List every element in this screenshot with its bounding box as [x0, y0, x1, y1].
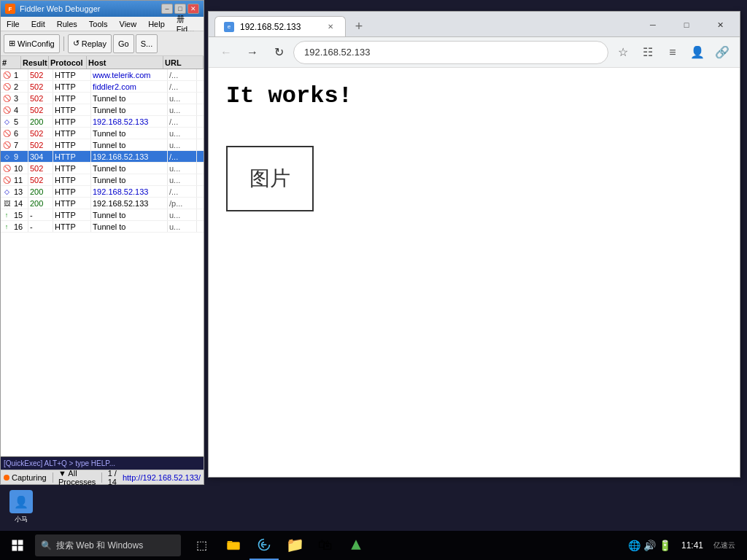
session-list: 🚫 1 502 HTTP www.telerik.com /... 🚫 2 50…	[1, 69, 204, 456]
menu-edit[interactable]: Edit	[28, 18, 48, 30]
network-icon: 🌐	[628, 540, 640, 551]
table-row[interactable]: ↑ 16 - HTTP Tunnel to u...	[1, 221, 204, 233]
table-row[interactable]: 🚫 7 502 HTTP Tunnel to u...	[1, 139, 204, 151]
cell-url: u...	[168, 93, 197, 104]
table-row[interactable]: 🖼 14 200 HTTP 192.168.52.133 /p...	[1, 198, 204, 209]
menu-view[interactable]: View	[117, 18, 140, 30]
new-tab-button[interactable]: +	[349, 16, 369, 36]
start-button[interactable]	[3, 531, 32, 560]
tab-close-button[interactable]: ✕	[325, 21, 336, 33]
table-row[interactable]: ◇ 5 200 HTTP 192.168.52.133 /...	[1, 116, 204, 128]
table-row[interactable]: 🚫 1 502 HTTP www.telerik.com /...	[1, 69, 204, 81]
quickexec-bar: [QuickExec] ALT+Q > type HELP...	[1, 456, 204, 470]
col-header-num: #	[1, 56, 21, 69]
row-icon: 🖼	[1, 200, 12, 207]
table-row[interactable]: ◇ 13 200 HTTP 192.168.52.133 /...	[1, 186, 204, 198]
store-icon: 🛍	[318, 537, 333, 553]
cell-url: /...	[168, 186, 197, 197]
svg-rect-5	[228, 542, 240, 550]
bookmark-icon[interactable]: ☆	[611, 41, 635, 64]
fiddler-minimize-button[interactable]: –	[161, 4, 173, 14]
browser-window: e 192.168.52.133 ✕ + ─ □ ✕ ← → ↻ ☆ ☷ ≡ 👤…	[208, 11, 740, 478]
extensions-icon[interactable]: 🔗	[711, 41, 734, 64]
forward-button[interactable]: →	[241, 41, 264, 64]
cell-protocol: HTTP	[53, 198, 91, 209]
winconfig-button[interactable]: ⊞ WinConfig	[4, 34, 60, 53]
table-row[interactable]: 🚫 2 502 HTTP fiddler2.com /...	[1, 81, 204, 93]
address-bar[interactable]	[293, 41, 608, 64]
taskbar-file-manager[interactable]: 📁	[280, 531, 309, 560]
green-app-icon	[349, 537, 363, 552]
back-button[interactable]: ←	[214, 41, 238, 64]
menu-help[interactable]: Help	[145, 18, 168, 30]
cell-result: 502	[28, 81, 53, 92]
winconfig-icon: ⊞	[9, 39, 15, 48]
table-row[interactable]: 🚫 10 502 HTTP Tunnel to u...	[1, 163, 204, 174]
row-icon: 🚫	[1, 130, 12, 137]
refresh-button[interactable]: ↻	[267, 41, 290, 64]
menu-tools[interactable]: Tools	[86, 18, 111, 30]
menu-icon[interactable]: ≡	[661, 41, 684, 64]
col-header-result: Result	[21, 56, 49, 69]
taskbar-file-explorer[interactable]	[219, 531, 248, 560]
menu-file[interactable]: File	[4, 18, 23, 30]
browser-restore-button[interactable]: □	[670, 15, 703, 35]
row-icon: ↑	[1, 211, 12, 219]
clock[interactable]: 11:41	[677, 539, 708, 552]
taskbar-search[interactable]: 🔍 搜索 Web 和 Windows	[35, 534, 181, 556]
profile-icon[interactable]: 👤	[686, 41, 709, 64]
yisunyun-icon: 亿速云	[713, 540, 735, 551]
fiddler-toolbar: ⊞ WinConfig ↺ Replay Go S...	[1, 31, 204, 56]
cell-result: -	[28, 209, 53, 220]
cell-url: u...	[168, 163, 197, 174]
taskbar-store[interactable]: 🛍	[311, 531, 340, 560]
taskbar: 🔍 搜索 Web 和 Windows ⬚ 📁 🛍	[0, 531, 747, 560]
pinned-user-widget[interactable]: 👤 小马	[3, 487, 39, 527]
menu-rules[interactable]: Rules	[54, 18, 80, 30]
go-button[interactable]: Go	[113, 34, 134, 53]
reader-mode-icon[interactable]: ☷	[636, 41, 659, 64]
cell-result: 502	[28, 174, 53, 185]
capture-status: Capturing	[4, 473, 47, 482]
cell-result: 304	[28, 151, 53, 162]
system-icons[interactable]: 🌐 🔊 🔋	[625, 537, 674, 554]
browser-minimize-button[interactable]: ─	[636, 15, 670, 35]
replay-button[interactable]: ↺ Replay	[68, 34, 112, 53]
user-avatar: 👤	[9, 490, 33, 513]
filter-icon: ▼	[58, 469, 66, 478]
capturing-label: Capturing	[12, 473, 47, 482]
table-row[interactable]: ↑ 15 - HTTP Tunnel to u...	[1, 209, 204, 221]
session-count: 1 / 14	[108, 469, 117, 486]
selected-url: http://192.168.52.133/	[123, 473, 201, 482]
quickexec-text: [QuickExec] ALT+Q > type HELP...	[4, 459, 115, 467]
cell-host: Tunnel to	[91, 174, 168, 185]
windows-logo-icon	[11, 539, 24, 552]
task-view-icon: ⬚	[196, 538, 207, 552]
task-view-button[interactable]: ⬚	[187, 531, 216, 560]
cell-url: /...	[168, 81, 197, 92]
browser-navbar: ← → ↻ ☆ ☷ ≡ 👤 🔗	[209, 37, 740, 68]
cell-url: /...	[168, 69, 197, 80]
cell-num: 4	[12, 104, 28, 115]
cell-protocol: HTTP	[53, 221, 91, 232]
stream-button[interactable]: S...	[136, 34, 158, 53]
cell-url: /...	[168, 116, 197, 127]
table-row[interactable]: 🚫 11 502 HTTP Tunnel to u...	[1, 174, 204, 186]
cell-num: 5	[12, 116, 28, 127]
notification-area[interactable]: 亿速云	[711, 537, 738, 553]
table-row[interactable]: 🚫 6 502 HTTP Tunnel to u...	[1, 128, 204, 139]
taskbar-green-app[interactable]	[341, 531, 371, 560]
table-row[interactable]: ◇ 9 304 HTTP 192.168.52.133 /...	[1, 151, 204, 163]
cell-num: 2	[12, 81, 28, 92]
cell-protocol: HTTP	[53, 163, 91, 174]
cell-host: Tunnel to	[91, 221, 168, 232]
browser-tab[interactable]: e 192.168.52.133 ✕	[214, 16, 346, 36]
cell-host: 192.168.52.133	[91, 151, 168, 162]
capture-dot	[4, 475, 9, 481]
cell-host: Tunnel to	[91, 209, 168, 220]
taskbar-edge[interactable]	[249, 531, 279, 560]
table-row[interactable]: 🚫 4 502 HTTP Tunnel to u...	[1, 104, 204, 116]
table-row[interactable]: 🚫 3 502 HTTP Tunnel to u...	[1, 93, 204, 104]
edge-icon	[257, 537, 271, 552]
browser-close-button[interactable]: ✕	[703, 15, 737, 35]
